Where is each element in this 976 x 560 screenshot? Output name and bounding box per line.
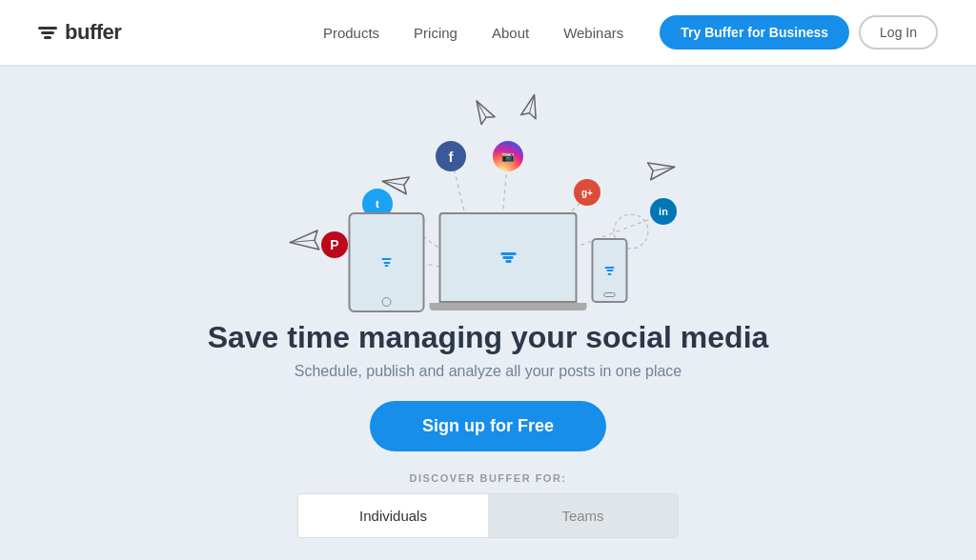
- svg-marker-10: [648, 158, 677, 179]
- svg-line-9: [529, 94, 534, 112]
- laptop-buffer-logo: [500, 252, 516, 263]
- try-buffer-business-button[interactable]: Try Buffer for Business: [660, 15, 849, 50]
- pinterest-icon: P: [321, 231, 348, 258]
- google-plus-icon: g+: [574, 179, 600, 206]
- hero-illustration: t f 📷 g+ in P: [250, 84, 726, 312]
- tab-individuals[interactable]: Individuals: [298, 494, 488, 537]
- audience-tabs: Individuals Teams: [297, 493, 679, 538]
- nav-about[interactable]: About: [475, 17, 546, 49]
- header: buffer Products Pricing About Webinars T…: [0, 0, 976, 65]
- laptop-base: [430, 303, 587, 310]
- logo-icon: [38, 27, 57, 39]
- tab-teams[interactable]: Teams: [488, 494, 678, 537]
- main-nav: Products Pricing About Webinars: [306, 17, 640, 49]
- nav-pricing[interactable]: Pricing: [396, 17, 475, 49]
- svg-marker-14: [289, 230, 319, 252]
- linkedin-icon: in: [650, 198, 677, 225]
- nav-products[interactable]: Products: [306, 17, 396, 49]
- hero-subtitle: Schedule, publish and analyze all your p…: [295, 363, 682, 380]
- svg-line-15: [290, 240, 315, 242]
- laptop-screen: [439, 212, 578, 303]
- hero-title: Save time managing your social media: [208, 320, 769, 355]
- phone-buffer-logo: [605, 267, 615, 275]
- facebook-icon: f: [436, 141, 466, 171]
- svg-marker-6: [470, 97, 495, 125]
- tablet-buffer-logo: [382, 258, 392, 267]
- logo[interactable]: buffer: [38, 20, 121, 45]
- phone-device: [592, 238, 628, 303]
- instagram-icon: 📷: [493, 141, 523, 171]
- hero-section: t f 📷 g+ in P: [0, 65, 976, 538]
- devices-group: [349, 212, 628, 312]
- svg-marker-8: [521, 92, 542, 118]
- nav-webinars[interactable]: Webinars: [546, 17, 640, 49]
- discover-section: DISCOVER BUFFER FOR: Individuals Teams: [297, 472, 679, 538]
- laptop-device: [430, 212, 587, 312]
- tablet-device: [349, 212, 425, 312]
- logo-text: buffer: [65, 20, 121, 45]
- svg-line-13: [382, 181, 404, 185]
- svg-line-11: [653, 167, 675, 170]
- discover-label: DISCOVER BUFFER FOR:: [297, 472, 679, 484]
- login-button[interactable]: Log In: [859, 15, 938, 50]
- signup-button[interactable]: Sign up for Free: [370, 401, 606, 451]
- svg-line-7: [477, 101, 486, 117]
